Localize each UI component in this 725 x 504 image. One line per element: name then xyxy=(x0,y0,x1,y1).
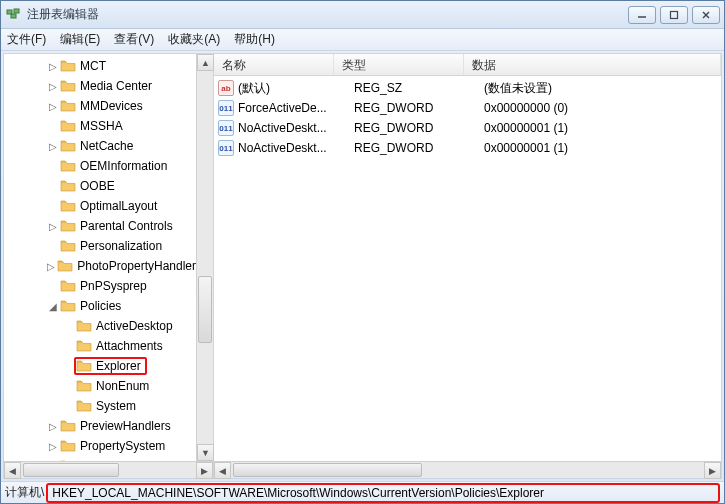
maximize-button[interactable] xyxy=(660,6,688,24)
scroll-thumb[interactable] xyxy=(23,463,119,477)
string-value-icon: ab xyxy=(218,80,234,96)
tree-hscrollbar[interactable]: ◀ ▶ xyxy=(4,461,213,478)
expander-closed-icon[interactable]: ▷ xyxy=(46,221,60,232)
tree-item-label: Parental Controls xyxy=(80,219,173,233)
tree-item-label: MMDevices xyxy=(80,99,143,113)
tree-item-mssha[interactable]: MSSHA xyxy=(6,116,196,136)
tree-item-activedesktop[interactable]: ActiveDesktop xyxy=(6,316,196,336)
titlebar[interactable]: 注册表编辑器 xyxy=(1,1,724,29)
folder-icon xyxy=(76,379,92,393)
statusbar: 计算机\ HKEY_LOCAL_MACHINE\SOFTWARE\Microso… xyxy=(1,481,724,503)
scroll-left-icon[interactable]: ◀ xyxy=(214,462,231,479)
scroll-track[interactable] xyxy=(231,462,704,478)
tree-item-oobe[interactable]: OOBE xyxy=(6,176,196,196)
tree-item-parental-controls[interactable]: ▷Parental Controls xyxy=(6,216,196,236)
svg-rect-0 xyxy=(7,10,12,14)
values-hscrollbar[interactable]: ◀ ▶ xyxy=(214,461,721,478)
value-row[interactable]: 011NoActiveDeskt...REG_DWORD0x00000001 (… xyxy=(214,138,721,158)
value-type: REG_SZ xyxy=(354,81,484,95)
svg-rect-2 xyxy=(14,9,19,13)
scroll-right-icon[interactable]: ▶ xyxy=(704,462,721,479)
tree-item-attachments[interactable]: Attachments xyxy=(6,336,196,356)
scroll-up-icon[interactable]: ▲ xyxy=(197,54,214,71)
folder-icon xyxy=(60,199,76,213)
scroll-left-icon[interactable]: ◀ xyxy=(4,462,21,479)
registry-tree[interactable]: ▷MCT▷Media Center▷MMDevicesMSSHA▷NetCach… xyxy=(4,54,196,461)
tree-item-oeminformation[interactable]: OEMInformation xyxy=(6,156,196,176)
value-row[interactable]: 011NoActiveDeskt...REG_DWORD0x00000001 (… xyxy=(214,118,721,138)
menu-edit[interactable]: 编辑(E) xyxy=(60,31,100,48)
content-area: ▷MCT▷Media Center▷MMDevicesMSSHA▷NetCach… xyxy=(3,53,722,479)
tree-item-propertysystem[interactable]: ▷PropertySystem xyxy=(6,436,196,456)
tree-item-policies[interactable]: ◢Policies xyxy=(6,296,196,316)
folder-icon xyxy=(60,159,76,173)
tree-vscrollbar[interactable]: ▲ ▼ xyxy=(196,54,213,461)
tree-item-media-center[interactable]: ▷Media Center xyxy=(6,76,196,96)
tree-item-label: Explorer xyxy=(96,359,141,373)
value-row[interactable]: ab(默认)REG_SZ(数值未设置) xyxy=(214,78,721,98)
value-name: (默认) xyxy=(238,80,354,97)
tree-item-label: ActiveDesktop xyxy=(96,319,173,333)
dword-value-icon: 011 xyxy=(218,120,234,136)
expander-open-icon[interactable]: ◢ xyxy=(46,301,60,312)
expander-closed-icon[interactable]: ▷ xyxy=(46,461,60,462)
tree-item-mmdevices[interactable]: ▷MMDevices xyxy=(6,96,196,116)
expander-closed-icon[interactable]: ▷ xyxy=(46,421,60,432)
scroll-thumb[interactable] xyxy=(198,276,212,343)
expander-closed-icon[interactable]: ▷ xyxy=(46,101,60,112)
tree-item-optimallayout[interactable]: OptimalLayout xyxy=(6,196,196,216)
scroll-down-icon[interactable]: ▼ xyxy=(197,444,214,461)
close-button[interactable] xyxy=(692,6,720,24)
value-name: ForceActiveDe... xyxy=(238,101,354,115)
tree-item-mct[interactable]: ▷MCT xyxy=(6,56,196,76)
folder-icon xyxy=(60,179,76,193)
menu-help[interactable]: 帮助(H) xyxy=(234,31,275,48)
col-header-data[interactable]: 数据 xyxy=(464,54,721,75)
svg-rect-4 xyxy=(671,11,678,18)
tree-item-explorer[interactable]: Explorer xyxy=(6,356,196,376)
tree-pane: ▷MCT▷Media Center▷MMDevicesMSSHA▷NetCach… xyxy=(4,54,214,478)
folder-icon xyxy=(76,339,92,353)
folder-icon xyxy=(60,59,76,73)
tree-item-previewhandlers[interactable]: ▷PreviewHandlers xyxy=(6,416,196,436)
values-pane: 名称 类型 数据 ab(默认)REG_SZ(数值未设置)011ForceActi… xyxy=(214,54,721,478)
menu-file[interactable]: 文件(F) xyxy=(7,31,46,48)
status-label: 计算机\ xyxy=(5,484,44,501)
menu-favorites[interactable]: 收藏夹(A) xyxy=(168,31,220,48)
tree-item-netcache[interactable]: ▷NetCache xyxy=(6,136,196,156)
folder-icon xyxy=(60,459,76,461)
menu-view[interactable]: 查看(V) xyxy=(114,31,154,48)
regedit-window: 注册表编辑器 文件(F) 编辑(E) 查看(V) 收藏夹(A) 帮助(H) ▷M… xyxy=(0,0,725,504)
scroll-right-icon[interactable]: ▶ xyxy=(196,462,213,479)
col-header-name[interactable]: 名称 xyxy=(214,54,334,75)
value-row[interactable]: 011ForceActiveDe...REG_DWORD0x00000000 (… xyxy=(214,98,721,118)
folder-icon xyxy=(60,119,76,133)
list-header: 名称 类型 数据 xyxy=(214,54,721,76)
tree-item-reliability[interactable]: ▷Reliability xyxy=(6,456,196,461)
expander-closed-icon[interactable]: ▷ xyxy=(46,441,60,452)
expander-closed-icon[interactable]: ▷ xyxy=(46,141,60,152)
folder-icon xyxy=(60,279,76,293)
tree-item-nonenum[interactable]: NonEnum xyxy=(6,376,196,396)
scroll-thumb[interactable] xyxy=(233,463,422,477)
values-list[interactable]: ab(默认)REG_SZ(数值未设置)011ForceActiveDe...RE… xyxy=(214,76,721,461)
tree-item-photopropertyhandler[interactable]: ▷PhotoPropertyHandler xyxy=(6,256,196,276)
expander-closed-icon[interactable]: ▷ xyxy=(44,261,57,272)
tree-item-personalization[interactable]: Personalization xyxy=(6,236,196,256)
folder-icon xyxy=(76,319,92,333)
col-header-type[interactable]: 类型 xyxy=(334,54,464,75)
expander-closed-icon[interactable]: ▷ xyxy=(46,81,60,92)
tree-item-pnpsysprep[interactable]: PnPSysprep xyxy=(6,276,196,296)
folder-icon xyxy=(60,219,76,233)
tree-item-label: System xyxy=(96,399,136,413)
value-name: NoActiveDeskt... xyxy=(238,121,354,135)
scroll-track[interactable] xyxy=(197,71,213,444)
tree-item-system[interactable]: System xyxy=(6,396,196,416)
minimize-button[interactable] xyxy=(628,6,656,24)
folder-icon xyxy=(76,359,92,373)
tree-item-label: MCT xyxy=(80,59,106,73)
expander-closed-icon[interactable]: ▷ xyxy=(46,61,60,72)
scroll-track[interactable] xyxy=(21,462,196,478)
folder-icon xyxy=(57,259,73,273)
tree-item-label: Personalization xyxy=(80,239,162,253)
